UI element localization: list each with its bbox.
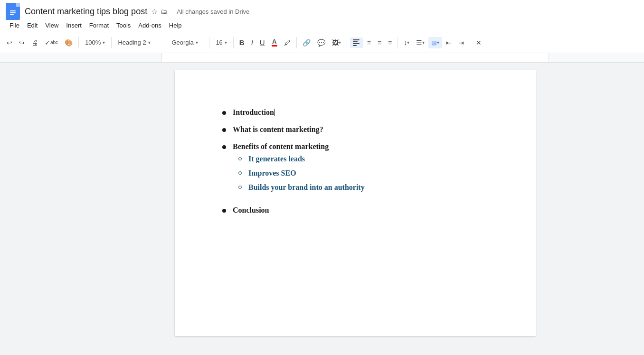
sub-bullet-brand bbox=[238, 186, 242, 189]
zoom-value: 100% bbox=[85, 39, 101, 46]
sub-item-text-brand[interactable]: Builds your brand into an authority bbox=[248, 183, 365, 192]
underline-button[interactable]: U bbox=[257, 37, 268, 48]
bold-button[interactable]: B bbox=[237, 37, 247, 48]
save-status: All changes saved in Drive bbox=[177, 8, 249, 15]
font-caret: ▾ bbox=[196, 40, 198, 45]
style-caret: ▾ bbox=[148, 40, 151, 45]
text-color-button[interactable]: A bbox=[269, 37, 280, 48]
align-justify-button[interactable]: ≡ bbox=[385, 37, 395, 48]
align-right-button[interactable]: ≡ bbox=[375, 37, 384, 48]
text-color-bar bbox=[272, 45, 277, 47]
sub-bullet-leads bbox=[238, 157, 242, 160]
bullet-dot-introduction bbox=[222, 111, 226, 115]
indent-decrease-button[interactable]: ⇤ bbox=[443, 37, 455, 48]
list-item-benefits: Benefits of content marketing It generat… bbox=[222, 142, 488, 197]
svg-rect-4 bbox=[10, 14, 14, 15]
divider-2 bbox=[111, 37, 112, 48]
divider-3 bbox=[165, 37, 165, 48]
right-sidebar bbox=[549, 63, 644, 355]
sub-item-text-leads[interactable]: It generates leads bbox=[248, 155, 305, 163]
zoom-select[interactable]: 100% ▾ bbox=[82, 37, 108, 48]
menu-file[interactable]: File bbox=[6, 20, 23, 31]
title-bar: Content marketing tips blog post ☆ 🗂 All… bbox=[0, 0, 644, 19]
print-button[interactable]: 🖨 bbox=[28, 37, 41, 48]
bullet-list: Introduction What is content marketing? … bbox=[222, 108, 488, 215]
fontsize-select[interactable]: 16 ▾ bbox=[212, 37, 230, 48]
menu-help[interactable]: Help bbox=[165, 20, 186, 31]
image-button[interactable]: 🖼▾ bbox=[329, 37, 344, 48]
comment-button[interactable]: 💬 bbox=[314, 37, 328, 48]
svg-marker-1 bbox=[14, 6, 17, 9]
clear-formatting-button[interactable]: ✕ bbox=[473, 37, 484, 48]
align-left-icon bbox=[353, 39, 360, 46]
folder-icon[interactable]: 🗂 bbox=[161, 8, 167, 15]
doc-title: Content marketing tips blog post bbox=[25, 7, 147, 17]
menu-edit[interactable]: Edit bbox=[23, 20, 41, 31]
title-icons: ☆ 🗂 bbox=[151, 7, 167, 16]
zoom-caret: ▾ bbox=[103, 40, 105, 45]
star-icon[interactable]: ☆ bbox=[151, 7, 158, 16]
sub-item-leads: It generates leads bbox=[238, 155, 365, 163]
redo-button[interactable]: ↪ bbox=[16, 37, 28, 48]
ruler-inner bbox=[161, 53, 549, 62]
numbered-list-button[interactable]: ☰▾ bbox=[413, 37, 427, 48]
menu-addons[interactable]: Add-ons bbox=[134, 20, 165, 31]
style-value: Heading 2 bbox=[118, 39, 146, 46]
align-center-button[interactable]: ≡ bbox=[364, 37, 374, 48]
divider-6 bbox=[296, 37, 297, 48]
bullet-dot-conclusion bbox=[222, 209, 226, 213]
divider-4 bbox=[209, 37, 209, 48]
bullet-dot-what-is bbox=[222, 128, 226, 132]
doc-content: Introduction What is content marketing? … bbox=[222, 108, 488, 215]
align-left-button[interactable] bbox=[350, 37, 363, 48]
list-item-conclusion: Conclusion bbox=[222, 206, 488, 215]
divider-9 bbox=[470, 37, 470, 48]
left-sidebar bbox=[0, 63, 161, 355]
menu-format[interactable]: Format bbox=[85, 20, 113, 31]
item-text-introduction[interactable]: Introduction bbox=[233, 108, 275, 117]
sub-bullet-seo bbox=[238, 171, 242, 175]
sub-item-brand: Builds your brand into an authority bbox=[238, 183, 365, 192]
divider-7 bbox=[347, 37, 347, 48]
style-select[interactable]: Heading 2 ▾ bbox=[114, 37, 162, 48]
spellcheck-button[interactable]: ✓abc bbox=[42, 37, 61, 48]
item-text-benefits[interactable]: Benefits of content marketing bbox=[233, 142, 329, 151]
text-cursor bbox=[275, 109, 275, 116]
sub-list-benefits: It generates leads Improves SEO Builds y… bbox=[238, 155, 365, 197]
menu-tools[interactable]: Tools bbox=[113, 20, 134, 31]
main-area: Introduction What is content marketing? … bbox=[0, 63, 644, 355]
doc-container[interactable]: Introduction What is content marketing? … bbox=[161, 63, 549, 355]
list-item-what-is: What is content marketing? bbox=[222, 125, 488, 134]
divider-8 bbox=[398, 37, 398, 48]
italic-button[interactable]: I bbox=[248, 37, 256, 48]
text-color-a: A bbox=[272, 38, 276, 45]
item-text-what-is[interactable]: What is content marketing? bbox=[233, 125, 323, 134]
doc-page: Introduction What is content marketing? … bbox=[175, 70, 536, 336]
doc-icon bbox=[6, 3, 20, 20]
fontsize-value: 16 bbox=[216, 39, 222, 46]
list-item-introduction: Introduction bbox=[222, 108, 488, 117]
menu-insert[interactable]: Insert bbox=[62, 20, 85, 31]
svg-rect-3 bbox=[10, 12, 16, 13]
bullet-dot-benefits bbox=[222, 145, 226, 149]
font-select[interactable]: Georgia ▾ bbox=[168, 37, 206, 48]
divider-1 bbox=[78, 37, 79, 48]
item-text-conclusion[interactable]: Conclusion bbox=[233, 206, 269, 215]
paint-format-button[interactable]: 🎨 bbox=[62, 37, 76, 48]
font-value: Georgia bbox=[171, 39, 193, 46]
line-spacing-button[interactable]: ↕▾ bbox=[401, 37, 412, 48]
indent-increase-button[interactable]: ⇥ bbox=[455, 37, 467, 48]
sub-item-seo: Improves SEO bbox=[238, 169, 365, 178]
svg-rect-2 bbox=[10, 10, 16, 11]
menu-bar: File Edit View Insert Format Tools Add-o… bbox=[0, 19, 644, 32]
undo-button[interactable]: ↩ bbox=[4, 37, 15, 48]
fontsize-caret: ▾ bbox=[225, 40, 227, 45]
bullet-list-button[interactable]: ⊞▾ bbox=[428, 37, 442, 48]
menu-view[interactable]: View bbox=[41, 20, 62, 31]
highlight-button[interactable]: 🖊 bbox=[281, 37, 294, 48]
link-button[interactable]: 🔗 bbox=[300, 37, 313, 48]
divider-5 bbox=[233, 37, 234, 48]
sub-item-text-seo[interactable]: Improves SEO bbox=[248, 169, 296, 178]
ruler bbox=[0, 53, 644, 63]
toolbar: ↩ ↪ 🖨 ✓abc 🎨 100% ▾ Heading 2 ▾ Georgia … bbox=[0, 32, 644, 53]
